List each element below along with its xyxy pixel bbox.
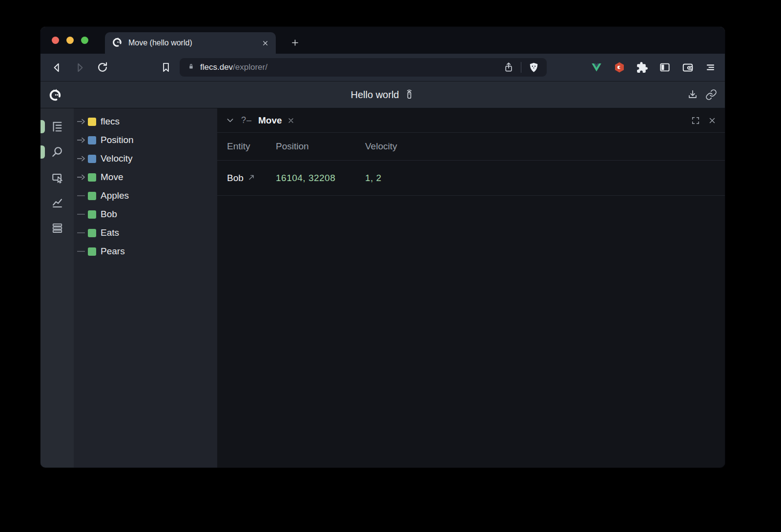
forward-icon[interactable] [72, 60, 87, 75]
query-panel-actions [691, 116, 717, 125]
entity-color-square [88, 136, 96, 144]
column-header-entity: Entity [227, 141, 276, 152]
tab-close-icon[interactable] [262, 40, 269, 47]
zoom-window-button[interactable] [81, 37, 88, 44]
tree-item-pears[interactable]: Pears [74, 242, 217, 261]
stats-icon[interactable] [41, 190, 74, 215]
velocity-value: 1, 2 [365, 173, 725, 184]
extensions-puzzle-icon[interactable] [636, 61, 648, 74]
bookmark-icon[interactable] [160, 61, 172, 74]
tree-item-eats[interactable]: Eats [74, 224, 217, 242]
query-title: Move [258, 115, 282, 126]
tree-item-bob[interactable]: Bob [74, 205, 217, 224]
urlbar-divider [521, 62, 521, 73]
flecs-favicon [112, 37, 123, 49]
tree-item-position[interactable]: Position [74, 131, 217, 149]
entity-link[interactable]: Bob [227, 173, 276, 184]
brave-shield-icon[interactable] [528, 61, 540, 74]
query-prefix-icon: ?– [241, 115, 252, 125]
query-panel: ?– Move Entity Position Velocity [217, 108, 725, 468]
tab-strip: Move (hello world) [41, 27, 725, 54]
app-header: Hello world [41, 82, 725, 108]
url-host: flecs.dev [200, 62, 233, 72]
chevron-down-icon[interactable] [226, 116, 235, 125]
reload-icon[interactable] [95, 60, 110, 75]
entity-color-square [88, 210, 96, 219]
search-icon[interactable] [41, 139, 74, 164]
tree-item-label: Move [101, 172, 123, 183]
tree-item-label: Pears [101, 246, 125, 257]
lock-icon [186, 62, 196, 73]
entity-color-square [88, 173, 96, 182]
entity-name: Bob [227, 173, 244, 184]
column-header-velocity: Velocity [365, 141, 725, 152]
vue-devtools-icon[interactable] [590, 61, 603, 74]
entity-color-square [88, 192, 96, 200]
tree-item-flecs[interactable]: flecs [74, 112, 217, 131]
tree-item-label: Apples [101, 190, 129, 201]
entity-color-square [88, 247, 96, 256]
browser-window: Move (hello world) flecs.dev/explorer/ [41, 27, 725, 468]
active-indicator-search [41, 145, 45, 159]
browser-tab[interactable]: Move (hello world) [105, 32, 276, 54]
table-row: Bob16104, 322081, 2 [217, 161, 725, 196]
url-path: /explorer/ [233, 62, 267, 72]
app-title: Hello world [351, 89, 399, 101]
remote-connection-icon[interactable] [404, 88, 414, 102]
link-icon[interactable] [705, 89, 717, 101]
share-icon[interactable] [503, 61, 514, 73]
tree-item-label: flecs [101, 116, 120, 127]
position-value: 16104, 32208 [276, 173, 365, 184]
download-icon[interactable] [687, 89, 699, 101]
icon-sidebar [41, 108, 74, 468]
browser-menu-icon[interactable] [704, 61, 716, 73]
inspector-icon[interactable] [41, 164, 74, 190]
wallet-icon[interactable] [681, 61, 694, 74]
app-title-wrap: Hello world [41, 82, 725, 108]
hierarchy-icon[interactable] [41, 114, 74, 139]
table-header-row: Entity Position Velocity [217, 133, 725, 161]
modules-icon[interactable] [41, 215, 74, 241]
url-text: flecs.dev/explorer/ [200, 62, 503, 72]
tree-item-label: Eats [101, 227, 119, 238]
tree-item-move[interactable]: Move [74, 168, 217, 186]
traffic-lights [52, 37, 88, 44]
browser-toolbar: flecs.dev/explorer/ [41, 54, 725, 82]
extensions-zone [590, 61, 716, 74]
back-icon[interactable] [49, 60, 64, 75]
tab-title: Move (hello world) [128, 39, 262, 47]
fullscreen-icon[interactable] [691, 116, 700, 125]
app-header-actions [687, 82, 717, 108]
entity-color-square [88, 118, 96, 126]
entity-color-square [88, 229, 96, 237]
column-header-position: Position [276, 141, 365, 152]
table-body: Bob16104, 322081, 2 [217, 161, 725, 196]
hex-extension-icon[interactable] [613, 61, 626, 74]
tree-item-label: Position [101, 135, 134, 145]
sidebar-toggle-icon[interactable] [658, 61, 671, 74]
close-window-button[interactable] [52, 37, 59, 44]
active-indicator-tree [41, 120, 45, 133]
entity-tree-panel: flecsPositionVelocityMoveApplesBobEatsPe… [74, 108, 217, 468]
query-tab-header: ?– Move [217, 108, 725, 133]
entity-color-square [88, 155, 96, 163]
query-close-icon[interactable] [287, 117, 295, 124]
open-entity-icon[interactable] [247, 173, 255, 184]
tree-item-label: Velocity [101, 153, 132, 164]
tree-item-label: Bob [101, 209, 117, 220]
main-area: flecsPositionVelocityMoveApplesBobEatsPe… [41, 108, 725, 468]
tree-item-apples[interactable]: Apples [74, 186, 217, 205]
new-tab-button[interactable] [286, 34, 304, 51]
url-bar[interactable]: flecs.dev/explorer/ [180, 58, 547, 77]
tree-item-velocity[interactable]: Velocity [74, 149, 217, 168]
minimize-window-button[interactable] [66, 37, 74, 44]
panel-close-icon[interactable] [708, 116, 717, 125]
